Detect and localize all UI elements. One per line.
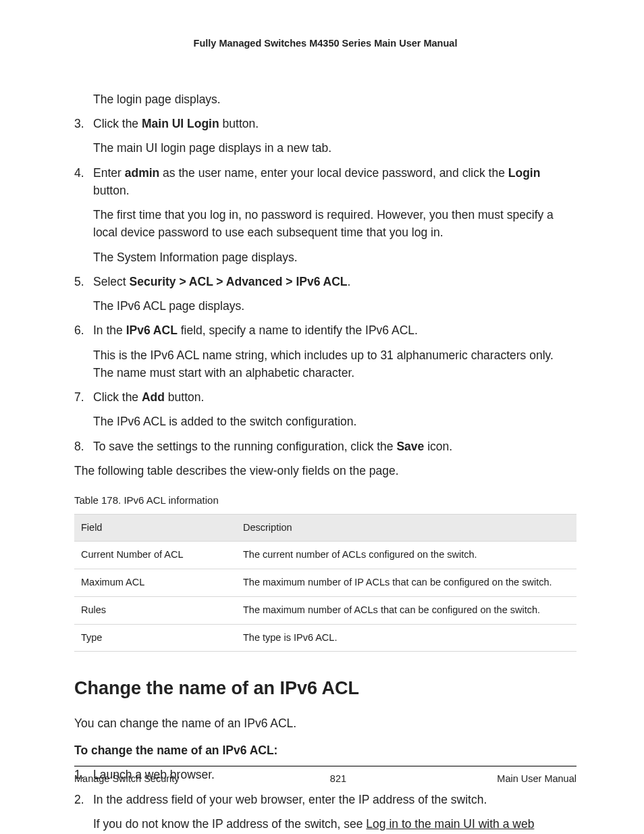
step-after-text: This is the IPv6 ACL name string, which … bbox=[93, 346, 576, 382]
info-table: FieldDescription Current Number of ACLTh… bbox=[74, 514, 576, 652]
table-row: Current Number of ACLThe current number … bbox=[74, 542, 576, 569]
steps-list: Click the Main UI Login button.The main … bbox=[93, 115, 576, 455]
step-text: To save the settings to the running conf… bbox=[93, 438, 576, 455]
table-row: Maximum ACLThe maximum number of IP ACLs… bbox=[74, 569, 576, 597]
table-header-cell: Description bbox=[236, 514, 576, 542]
table-cell: Type bbox=[74, 624, 236, 652]
table-header-cell: Field bbox=[74, 514, 236, 542]
step-item: In the IPv6 ACL field, specify a name to… bbox=[93, 321, 576, 382]
section-bold-lead: To change the name of an IPv6 ACL: bbox=[74, 741, 576, 759]
footer-left: Manage Switch Security bbox=[74, 772, 180, 787]
table-cell: The maximum number of IP ACLs that can b… bbox=[236, 569, 576, 597]
table-cell: The maximum number of ACLs that can be c… bbox=[236, 596, 576, 624]
step-text: Click the Add button. bbox=[93, 388, 576, 406]
step-item: Click the Add button.The IPv6 ACL is add… bbox=[93, 388, 576, 431]
table-cell: Maximum ACL bbox=[74, 569, 236, 597]
step-text: Click the Main UI Login button. bbox=[93, 115, 576, 132]
page-header: Fully Managed Switches M4350 Series Main… bbox=[74, 36, 576, 51]
table-caption: Table 178. IPv6 ACL information bbox=[74, 493, 576, 509]
step-after-text: The IPv6 ACL is added to the switch conf… bbox=[93, 413, 576, 430]
footer-right: Main User Manual bbox=[497, 772, 576, 787]
step-after-text: The main UI login page displays in a new… bbox=[93, 139, 576, 157]
step-item: Click the Main UI Login button.The main … bbox=[93, 115, 576, 157]
step-item: Select Security > ACL > Advanced > IPv6 … bbox=[93, 273, 576, 315]
step-item: In the address field of your web browser… bbox=[93, 791, 576, 835]
step-text: Enter admin as the user name, enter your… bbox=[93, 164, 576, 200]
step-item: To save the settings to the running conf… bbox=[93, 438, 576, 455]
table-cell: The type is IPv6 ACL. bbox=[236, 624, 576, 652]
step-text: In the address field of your web browser… bbox=[93, 791, 576, 808]
section-lead: You can change the name of an IPv6 ACL. bbox=[74, 714, 576, 732]
footer-page-number: 821 bbox=[330, 772, 346, 787]
table-cell: Current Number of ACL bbox=[74, 542, 236, 569]
table-row: RulesThe maximum number of ACLs that can… bbox=[74, 596, 576, 624]
after-list-text: The following table describes the view-o… bbox=[74, 462, 576, 479]
step-text: Select Security > ACL > Advanced > IPv6 … bbox=[93, 273, 576, 290]
page-footer: Manage Switch Security 821 Main User Man… bbox=[74, 766, 576, 787]
step-after-text: The IPv6 ACL page displays. bbox=[93, 297, 576, 315]
table-row: TypeThe type is IPv6 ACL. bbox=[74, 624, 576, 652]
step-item: Enter admin as the user name, enter your… bbox=[93, 164, 576, 266]
step-after-text: The System Information page displays. bbox=[93, 249, 576, 266]
intro-text: The login page displays. bbox=[93, 90, 576, 108]
step-text: In the IPv6 ACL field, specify a name to… bbox=[93, 321, 576, 339]
table-cell: The current number of ACLs configured on… bbox=[236, 542, 576, 569]
section-title: Change the name of an IPv6 ACL bbox=[74, 675, 576, 702]
table-cell: Rules bbox=[74, 596, 236, 624]
step-after-text: If you do not know the IP address of the… bbox=[93, 815, 576, 834]
step-after-text: The first time that you log in, no passw… bbox=[93, 206, 576, 242]
